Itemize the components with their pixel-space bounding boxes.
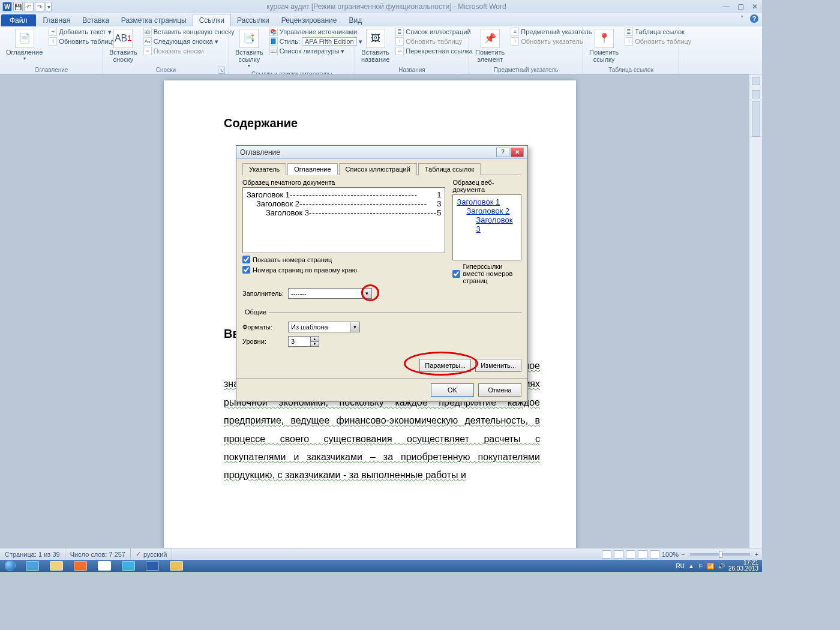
ribbon-tabs: Файл Главная Вставка Разметка страницы С… (0, 13, 762, 26)
chk-right-align[interactable] (242, 266, 250, 274)
insert-footnote-button[interactable]: AB1 Вставить сноску (107, 28, 140, 64)
start-button[interactable] (0, 560, 20, 572)
citation-style-select[interactable]: 📘Стиль: APA Fifth Edition ▾ (268, 37, 364, 46)
chk-show-pages[interactable] (242, 256, 250, 263)
tab-mailings[interactable]: Рассылки (231, 14, 275, 26)
toc-button[interactable]: 📄 Оглавление ▾ (4, 28, 45, 63)
view-read-icon[interactable] (614, 550, 623, 559)
heading-toc: Содержание (224, 116, 540, 130)
update-fig-icon: ! (395, 37, 404, 46)
view-outline-icon[interactable] (638, 550, 647, 559)
bibliography-button[interactable]: 📖Список литературы ▾ (268, 47, 364, 55)
tab-view[interactable]: Вид (343, 14, 368, 26)
status-lang[interactable]: ✓русский (131, 548, 172, 560)
taskbar-word[interactable] (140, 560, 164, 572)
footnotes-dialog-icon[interactable]: ↘ (218, 67, 225, 74)
side-panel (749, 74, 762, 548)
dlg-tab-figures[interactable]: Список иллюстраций (339, 163, 417, 175)
tab-insert[interactable]: Вставка (76, 14, 115, 26)
view-web-icon[interactable] (626, 550, 635, 559)
tray-clock[interactable]: 17:21 26.03.2013 (728, 560, 758, 572)
ribbon-minimize-icon[interactable]: ˄ (738, 14, 746, 23)
tray-flag-icon[interactable]: ⚐ (698, 563, 703, 569)
zoom-in-icon[interactable]: + (755, 551, 758, 558)
taskbar-paint[interactable] (164, 560, 188, 572)
dialog-titlebar[interactable]: Оглавление ? ✕ (236, 146, 527, 159)
manage-sources-button[interactable]: 📚Управление источниками (268, 28, 364, 36)
formats-combo[interactable]: Из шаблона ▼ (288, 322, 360, 332)
insert-caption-button[interactable]: 🖼 Вставить название (359, 28, 392, 64)
scrollbar-thumb[interactable] (752, 101, 760, 137)
zoom-slider[interactable] (690, 553, 750, 556)
levels-spinner[interactable]: 3 ▲▼ (288, 336, 319, 347)
tray-sound-icon[interactable]: 🔊 (718, 563, 725, 569)
document-title: курсач аудит [Режим ограниченной функцио… (52, 2, 721, 11)
auth-icon: ≣ (625, 28, 633, 36)
general-label: Общие (242, 308, 269, 316)
chevron-down-icon[interactable]: ▼ (362, 289, 371, 298)
cancel-button[interactable]: Отмена (478, 383, 521, 397)
view-draft-icon[interactable] (650, 550, 659, 559)
tab-layout[interactable]: Разметка страницы (115, 14, 193, 26)
mark-entry-button[interactable]: 📌 Пометить элемент (473, 28, 507, 64)
tab-file[interactable]: Файл (1, 14, 36, 26)
dialog-close-icon[interactable]: ✕ (511, 148, 524, 157)
modify-button[interactable]: Изменить... (475, 359, 521, 372)
chevron-down-icon[interactable]: ▼ (350, 322, 359, 332)
ok-button[interactable]: OK (431, 383, 474, 397)
taskbar-ie[interactable] (20, 560, 44, 572)
zoom-out-icon[interactable]: − (681, 551, 685, 558)
view-print-icon[interactable] (602, 550, 611, 559)
undo-icon[interactable]: ↶ (24, 2, 34, 11)
ruler-toggle-icon[interactable] (752, 77, 760, 85)
tab-home[interactable]: Главная (37, 14, 77, 26)
spin-up-icon[interactable]: ▲ (310, 337, 319, 342)
insert-index-button[interactable]: ≡Предметный указатель (509, 28, 593, 36)
web-preview[interactable]: Заголовок 1Заголовок 2Заголовок 3 (452, 194, 521, 260)
insert-citation-button[interactable]: 📑 Вставить ссылку ▾ (233, 28, 266, 70)
taskbar-chrome[interactable] (92, 560, 116, 572)
qat-more-icon[interactable]: ▾ (46, 2, 52, 11)
redo-icon[interactable]: ↷ (35, 2, 44, 11)
status-words[interactable]: Число слов: 7 257 (65, 548, 131, 560)
taskbar-skype[interactable] (116, 560, 140, 572)
dialog-help-icon[interactable]: ? (496, 148, 509, 157)
update-authorities-button[interactable]: !Обновить таблицу (623, 37, 692, 46)
chk-hyperlinks[interactable] (452, 270, 460, 278)
insert-endnote-button[interactable]: abВставить концевую сноску (142, 28, 236, 36)
tray-up-icon[interactable]: ▲ (688, 563, 694, 569)
tab-review[interactable]: Рецензирование (275, 14, 343, 26)
mark-cit-label: Пометить ссылку (589, 49, 619, 63)
taskbar-explorer[interactable] (44, 560, 68, 572)
media-icon (74, 561, 87, 571)
authorities-table-button[interactable]: ≣Таблица ссылок (623, 28, 692, 36)
close-icon[interactable]: ✕ (750, 2, 760, 11)
leader-combo[interactable]: ------- ▼ (288, 288, 372, 299)
chrome-icon (98, 561, 111, 571)
help-icon[interactable]: ? (750, 14, 758, 23)
status-page[interactable]: Страница: 1 из 39 (0, 548, 65, 560)
mark-citation-button[interactable]: 📍 Пометить ссылку (587, 28, 621, 64)
save-icon[interactable]: 💾 (13, 2, 23, 11)
taskbar-media[interactable] (68, 560, 92, 572)
next-footnote-button[interactable]: A₂Следующая сноска ▾ (142, 37, 236, 46)
zoom-value[interactable]: 100% (662, 551, 679, 558)
show-footnotes-button[interactable]: ≡Показать сноски (142, 47, 236, 55)
dlg-tab-toc[interactable]: Оглавление (287, 163, 337, 175)
dlg-tab-authorities[interactable]: Таблица ссылок (418, 163, 481, 175)
params-button[interactable]: Параметры... (419, 359, 471, 372)
scroll-up-icon[interactable] (752, 90, 760, 98)
print-preview[interactable]: Заголовок 1-----------------------------… (242, 187, 445, 253)
update-figures-button[interactable]: !Обновить таблицу (394, 37, 474, 46)
tab-references[interactable]: Ссылки (193, 14, 231, 26)
minimize-icon[interactable]: ― (721, 2, 731, 11)
maximize-icon[interactable]: ▢ (736, 2, 745, 11)
tray-lang[interactable]: RU (676, 563, 685, 569)
cross-reference-button[interactable]: ↔Перекрестная ссылка (394, 47, 474, 55)
dlg-tab-index[interactable]: Указатель (242, 163, 286, 175)
tray-network-icon[interactable]: 📶 (707, 563, 714, 569)
document-page[interactable]: Содержание Оглавление ? ✕ Указатель Огла… (164, 80, 576, 548)
figures-list-button[interactable]: ≣Список иллюстраций (394, 28, 474, 36)
spin-down-icon[interactable]: ▼ (310, 342, 319, 347)
update-index-button[interactable]: !Обновить указатель (509, 37, 593, 46)
